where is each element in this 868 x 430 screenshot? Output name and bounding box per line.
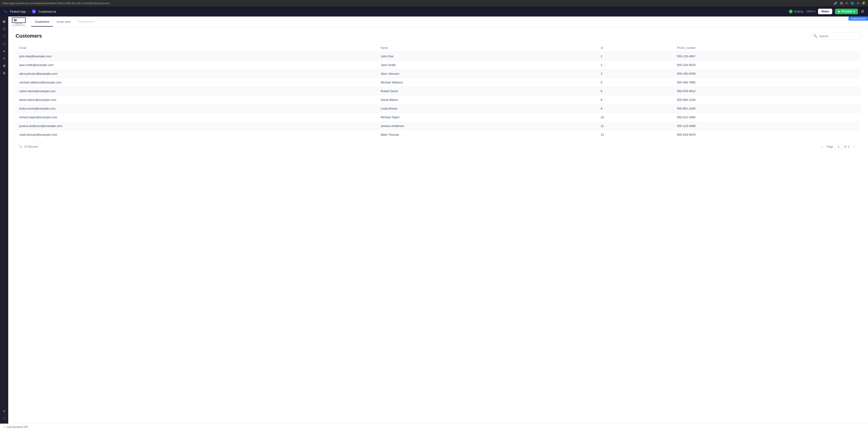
- sidebar-item-nodes[interactable]: ⬡: [1, 33, 7, 39]
- page-body: Customers 🔍 Email Name Id Phone_number: [8, 27, 868, 424]
- table-row[interactable]: robert.davis@example.com Robert Davis 6 …: [16, 87, 861, 96]
- col-phone: Phone_number: [673, 44, 861, 52]
- add-backend-button[interactable]: + Add Backend API: [4, 425, 28, 429]
- cell-name: Linda Moore: [377, 104, 597, 113]
- sidebar-item-person[interactable]: ◉: [1, 70, 7, 76]
- of-label: of: [844, 145, 846, 148]
- tab-issue-card[interactable]: Issue card: [53, 17, 74, 27]
- page-header: Customers 🔍: [16, 33, 861, 39]
- table-header: Email Name Id Phone_number: [16, 44, 861, 52]
- bottom-bar: + Add Backend API: [0, 424, 868, 430]
- cell-email: john.doe@example.com: [16, 52, 377, 61]
- app-header: 🐾 Fintech App / ▤ CustomerList Staging 1…: [0, 6, 868, 17]
- col-id: Id: [597, 44, 673, 52]
- table-row[interactable]: alice.johnson@example.com Alice Johnson …: [16, 69, 861, 78]
- sidebar-item-home[interactable]: ⊞: [1, 18, 7, 25]
- superblocks-logo: 🐾: [4, 10, 7, 13]
- globe-icon: 🌐: [850, 2, 854, 5]
- zoom-control[interactable]: 100% ▾: [806, 10, 815, 13]
- cell-phone: 555-234-5679: [673, 130, 861, 139]
- cell-id: 6: [597, 87, 673, 96]
- pagination-controls: ‹ Page of 2 ›: [819, 144, 857, 149]
- cell-name: John Doe: [377, 52, 597, 61]
- sidebar-item-book[interactable]: ⊟: [1, 55, 7, 61]
- cell-phone: 555-234-5678: [673, 61, 861, 69]
- cell-phone: 555-901-2345: [673, 104, 861, 113]
- mail-icon: ✉: [845, 2, 848, 5]
- next-page-button[interactable]: ›: [851, 144, 857, 149]
- sidebar-item-chart[interactable]: ◫: [1, 40, 7, 47]
- browser-url: https://app.superblocks.com/applications…: [3, 2, 110, 5]
- records-icon: ↻: [19, 145, 22, 149]
- cell-id: 9: [597, 104, 673, 113]
- sidebar-item-tag[interactable]: ◈: [1, 48, 7, 54]
- search-box[interactable]: 🔍: [810, 33, 861, 39]
- zoom-chevron: ▾: [814, 10, 815, 13]
- cell-email: alice.johnson@example.com: [16, 69, 377, 78]
- cell-id: 8: [597, 96, 673, 104]
- col-email: Email: [16, 44, 377, 52]
- page-title: Customers: [16, 33, 42, 39]
- prev-page-button[interactable]: ‹: [819, 144, 825, 149]
- customers-table: Email Name Id Phone_number john.doe@exam…: [16, 44, 861, 139]
- table-row[interactable]: richard.taylor@example.com Richard Taylo…: [16, 113, 861, 122]
- cell-email: jane.smith@example.com: [16, 61, 377, 69]
- table-row[interactable]: michael.williams@example.com Michael Wil…: [16, 78, 861, 87]
- cell-name: Jane Smith: [377, 61, 597, 69]
- header-right: Staging 100% ▾ Share ▶ Preview ▾ ⚙: [789, 9, 864, 14]
- tab-transactions: Transactions: [74, 17, 98, 27]
- records-count: 15 Records: [24, 145, 38, 148]
- table-header-row: Email Name Id Phone_number: [16, 44, 861, 52]
- table-row[interactable]: mark.thomas@example.com Mark Thomas 12 5…: [16, 130, 861, 139]
- download-icon: ⬇: [857, 2, 859, 5]
- cell-email: linda.moore@example.com: [16, 104, 377, 113]
- sidebar-settings-icon[interactable]: ⚙: [1, 408, 7, 414]
- records-info: ↻ 15 Records: [19, 145, 38, 149]
- total-pages: 2: [848, 145, 850, 148]
- cell-email: robert.davis@example.com: [16, 87, 377, 96]
- table-row[interactable]: john.doe@example.com John Doe 1 555-123-…: [16, 52, 861, 61]
- cell-phone: 555-123-4567: [673, 52, 861, 61]
- tab-customers[interactable]: Customers: [31, 17, 53, 27]
- page-input[interactable]: [835, 144, 842, 149]
- cell-email: michael.williams@example.com: [16, 78, 377, 87]
- cell-phone: 555-456-7890: [673, 78, 861, 87]
- cell-id: 10: [597, 113, 673, 122]
- pagination-bar: ↻ 15 Records ‹ Page of 2 ›: [16, 141, 861, 152]
- company-logo-text: W: [12, 18, 26, 23]
- status-dot: [789, 10, 793, 13]
- browser-icons: 🔗 🖼 ✉ 🌐 ⬇ 🧩: [834, 2, 865, 5]
- table-body: john.doe@example.com John Doe 1 555-123-…: [16, 52, 861, 139]
- cell-name: Alice Johnson: [377, 69, 597, 78]
- preview-button[interactable]: ▶ Preview ▾: [835, 9, 858, 14]
- add-backend-label: Add Backend API: [7, 425, 28, 429]
- cell-id: 11: [597, 122, 673, 130]
- company-sub-text: WAYNEENTERPRISES: [12, 23, 26, 26]
- cell-id: 12: [597, 130, 673, 139]
- col-name: Name: [377, 44, 597, 52]
- settings-icon[interactable]: ⚙: [861, 9, 864, 14]
- cell-email: richard.taylor@example.com: [16, 113, 377, 122]
- link-icon: 🔗: [834, 2, 837, 5]
- table-row[interactable]: linda.moore@example.com Linda Moore 9 55…: [16, 104, 861, 113]
- share-button[interactable]: Share: [818, 9, 832, 14]
- page-icon: ▤: [32, 10, 36, 13]
- add-icon: +: [4, 425, 5, 429]
- sidebar-item-monitor[interactable]: ▣: [1, 62, 7, 69]
- table-row[interactable]: david.wilson@example.com David Wilson 8 …: [16, 96, 861, 104]
- search-icon: 🔍: [813, 34, 817, 38]
- cell-name: Robert Davis: [377, 87, 597, 96]
- table-row[interactable]: jane.smith@example.com Jane Smith 2 555-…: [16, 61, 861, 69]
- sidebar-item-layers[interactable]: ☰: [1, 26, 7, 32]
- left-sidebar: ⊞ ☰ ⬡ ◫ ◈ ⊟ ▣ ◉ ⚙ ?: [0, 17, 8, 424]
- cell-phone: 555-012-3456: [673, 113, 861, 122]
- content-area: W WAYNEENTERPRISES Customers Issue card …: [8, 17, 868, 424]
- breadcrumb-separator: /: [29, 10, 30, 13]
- search-input[interactable]: [819, 34, 858, 38]
- cell-name: Michael Williams: [377, 78, 597, 87]
- cell-name: David Wilson: [377, 96, 597, 104]
- table-row[interactable]: jessica.anderson@example.com Jessica And…: [16, 122, 861, 130]
- cell-phone: 555-678-9012: [673, 87, 861, 96]
- sidebar-help-icon[interactable]: ?: [1, 415, 7, 422]
- customerlist-label: CustomerList: [848, 17, 868, 21]
